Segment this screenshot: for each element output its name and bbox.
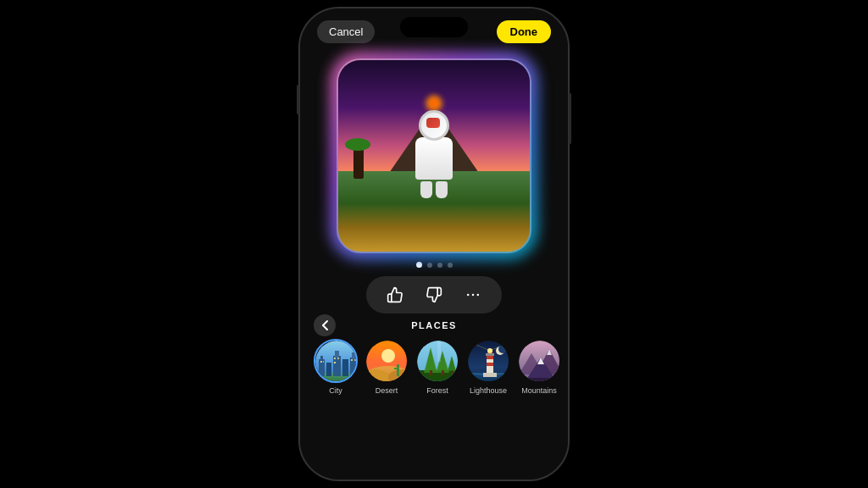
place-item-desert[interactable]: Desert <box>364 339 409 395</box>
svg-rect-35 <box>442 370 444 375</box>
svg-rect-44 <box>487 363 493 366</box>
svg-rect-6 <box>320 356 323 361</box>
main-image-container <box>337 58 531 253</box>
action-buttons <box>366 276 502 313</box>
astro-helmet <box>419 110 449 141</box>
svg-rect-36 <box>451 370 453 374</box>
dot-3[interactable] <box>437 263 442 268</box>
svg-point-48 <box>498 345 507 353</box>
svg-rect-17 <box>334 362 336 363</box>
astronaut-scene <box>338 60 530 252</box>
place-thumb-mountains <box>517 339 561 383</box>
svg-rect-43 <box>487 356 493 359</box>
astro-body <box>415 137 453 180</box>
phone-screen: Cancel Done <box>300 8 568 480</box>
svg-rect-42 <box>486 353 494 356</box>
svg-rect-10 <box>342 359 348 376</box>
svg-point-2 <box>477 294 480 297</box>
svg-rect-26 <box>394 368 399 369</box>
svg-rect-7 <box>326 363 331 376</box>
astro-leg-right <box>436 181 448 198</box>
more-options-button[interactable] <box>461 283 485 307</box>
places-title: PLACES <box>411 320 457 330</box>
svg-rect-25 <box>397 364 399 376</box>
pagination-dots <box>416 262 453 268</box>
svg-rect-13 <box>320 361 322 363</box>
svg-rect-55 <box>519 378 561 383</box>
thumbs-down-button[interactable] <box>422 283 446 307</box>
mountains-thumbnail-svg <box>519 341 561 383</box>
svg-rect-15 <box>334 358 336 359</box>
place-thumb-lighthouse <box>466 339 510 383</box>
places-header: PLACES <box>300 313 568 336</box>
image-frame <box>337 58 531 253</box>
svg-rect-34 <box>430 370 432 375</box>
svg-rect-19 <box>354 359 356 361</box>
svg-rect-12 <box>352 352 355 359</box>
place-label-forest: Forest <box>426 386 448 395</box>
place-thumb-forest <box>415 339 459 383</box>
phone-device: Cancel Done <box>298 7 570 481</box>
dynamic-island <box>400 17 468 37</box>
astro-legs <box>420 181 448 198</box>
lighthouse-thumbnail-svg <box>468 341 510 383</box>
place-item-forest[interactable]: Forest <box>415 339 459 395</box>
svg-rect-9 <box>335 351 339 358</box>
places-section: PLACES <box>300 313 568 480</box>
svg-rect-18 <box>351 359 353 361</box>
place-item-lighthouse[interactable]: Lighthouse <box>466 339 510 395</box>
thumbs-up-button[interactable] <box>383 283 407 307</box>
place-item-mountains[interactable]: Mountains <box>517 339 561 395</box>
place-thumb-city <box>314 339 358 383</box>
done-button[interactable]: Done <box>497 20 552 43</box>
astro-leg-left <box>420 181 432 198</box>
dot-1[interactable] <box>416 262 422 268</box>
dot-4[interactable] <box>448 263 453 268</box>
svg-rect-16 <box>337 358 339 359</box>
astronaut-figure <box>415 110 453 198</box>
places-grid: City <box>300 336 568 398</box>
place-thumb-desert <box>364 339 409 383</box>
place-label-mountains: Mountains <box>521 386 557 395</box>
place-label-city: City <box>329 386 342 395</box>
cancel-button[interactable]: Cancel <box>317 20 375 43</box>
svg-point-0 <box>467 294 470 297</box>
svg-point-1 <box>472 294 475 297</box>
svg-rect-37 <box>437 341 441 362</box>
city-thumbnail-svg <box>315 341 358 383</box>
back-button[interactable] <box>314 314 336 336</box>
place-label-lighthouse: Lighthouse <box>470 386 507 395</box>
palm-left <box>353 145 364 179</box>
place-item-city[interactable]: City <box>314 339 358 395</box>
svg-rect-14 <box>323 361 324 363</box>
svg-rect-46 <box>483 373 497 377</box>
dot-2[interactable] <box>427 263 432 268</box>
place-label-desert: Desert <box>376 386 398 395</box>
svg-point-24 <box>381 349 395 363</box>
volcano-lava <box>426 95 442 112</box>
desert-thumbnail-svg <box>366 341 409 383</box>
forest-thumbnail-svg <box>417 341 459 383</box>
